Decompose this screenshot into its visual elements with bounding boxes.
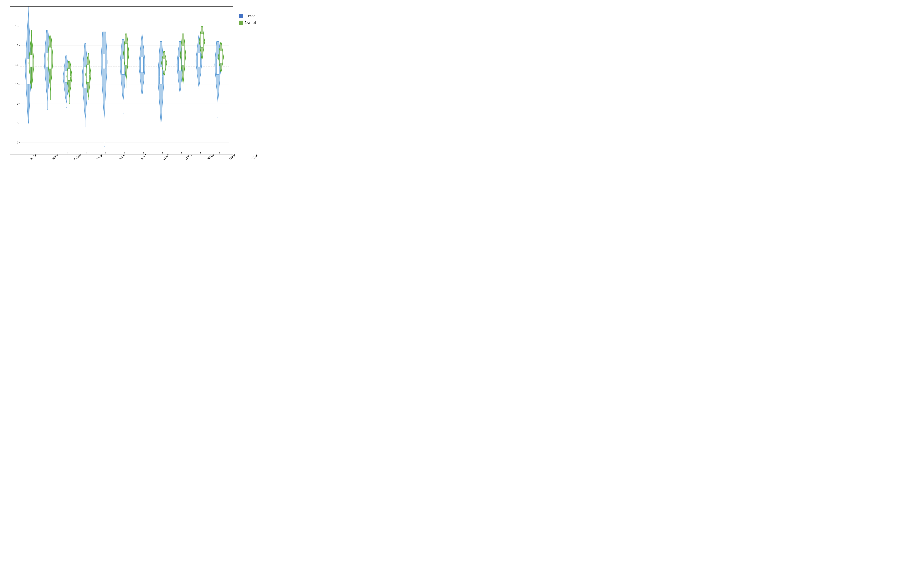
svg-text:9: 9 [17,102,18,105]
x-axis-row: BLCABRCACOADHNSCKICHKIRCLUADLUSCPRADTHCA… [10,155,268,166]
svg-point-120 [218,117,218,118]
svg-rect-76 [125,43,128,64]
svg-rect-86 [160,67,163,84]
svg-point-32 [31,88,32,89]
svg-rect-39 [49,47,52,69]
svg-rect-106 [197,53,200,67]
svg-rect-65 [103,54,106,69]
svg-rect-60 [87,65,89,82]
svg-point-27 [28,123,29,124]
chart-container: 78910111213 Tumor Normal BLCABRCACOADHNS… [2,3,268,166]
legend-swatch [239,21,243,25]
svg-text:10: 10 [15,82,18,86]
svg-rect-111 [201,34,203,47]
chart-plot-and-legend: 78910111213 Tumor Normal [10,6,268,155]
svg-text:12: 12 [15,44,18,47]
svg-rect-28 [30,55,33,67]
svg-point-38 [47,109,48,110]
chart-svg: 78910111213 [10,6,233,154]
svg-text:8: 8 [17,121,18,125]
legend-item: Normal [239,21,264,25]
chart-area-wrapper: 78910111213 Tumor Normal BLCABRCACOADHNS… [10,6,268,166]
svg-point-110 [199,88,199,89]
y-axis-label [2,6,10,166]
svg-point-100 [179,100,180,100]
svg-point-75 [123,113,124,114]
svg-point-69 [104,146,105,147]
legend-swatch [239,14,243,18]
legend-label: Tumor [245,14,255,18]
svg-point-53 [69,103,70,104]
svg-point-90 [160,138,161,139]
legend-label: Normal [245,21,256,25]
svg-point-48 [66,107,66,108]
chart-body: 78910111213 Tumor Normal BLCABRCACOADHNS… [2,6,268,166]
svg-point-59 [85,127,86,127]
svg-text:7: 7 [17,141,18,144]
svg-rect-49 [68,69,71,81]
svg-text:11: 11 [15,63,18,66]
svg-rect-91 [163,59,165,71]
legend-item: Tumor [239,14,264,18]
svg-text:13: 13 [15,24,18,27]
chart-plot: 78910111213 [10,6,233,155]
legend-box: Tumor Normal [233,6,268,155]
